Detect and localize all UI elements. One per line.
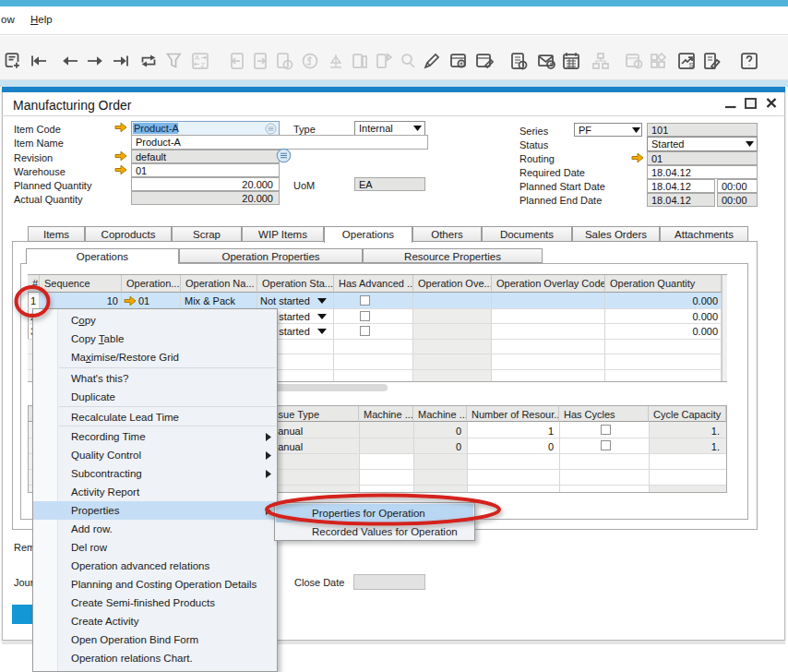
svg-text:S: S	[689, 61, 694, 69]
svg-text:A: A	[195, 54, 199, 62]
svg-text:Z: Z	[201, 61, 206, 69]
